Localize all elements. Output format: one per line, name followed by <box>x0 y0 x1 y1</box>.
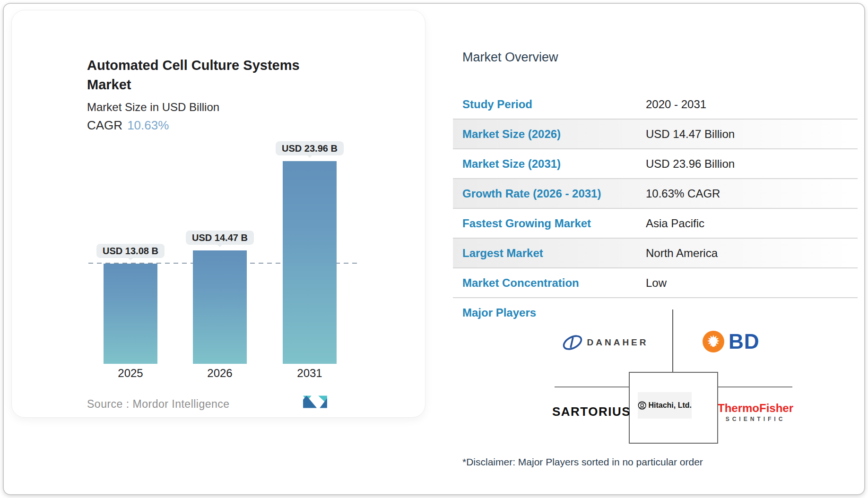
cagr-value: 10.63% <box>127 118 169 132</box>
table-row-fastest-growing-market: Fastest Growing Market Asia Pacific <box>453 209 858 239</box>
row-label: Growth Rate (2026 - 2031) <box>462 187 601 200</box>
row-label: Market Concentration <box>462 276 579 290</box>
row-label: Study Period <box>462 98 532 111</box>
chart-title: Automated Cell Culture Systems Market <box>87 56 333 94</box>
bd-logo: ✹ BD <box>703 330 760 353</box>
chart-subtitle: Market Size in USD Billion <box>87 101 342 114</box>
row-value: Low <box>646 276 667 290</box>
danaher-wordmark: DANAHER <box>587 337 649 348</box>
table-row-market-size-2026: Market Size (2026) USD 14.47 Billion <box>453 120 858 149</box>
major-players-heading: Major Players <box>462 306 536 319</box>
thermo-fisher-scientific-wordmark: SCIENTIFIC <box>715 416 796 422</box>
table-row-largest-market: Largest Market North America <box>453 239 858 268</box>
table-row-market-concentration: Market Concentration Low <box>453 268 858 298</box>
table-row-study-period: Study Period 2020 - 2031 <box>453 90 858 120</box>
bar-value-label-2031: USD 23.96 B <box>276 141 344 155</box>
market-report-snapshot: Automated Cell Culture Systems Market Ma… <box>0 0 868 498</box>
x-tick-2031: 2031 <box>283 367 337 380</box>
danaher-logo: DANAHER <box>559 332 651 353</box>
thermo-fisher-wordmark: ThermoFisher <box>715 402 796 415</box>
row-value: North America <box>646 247 718 260</box>
bar-value-label-2025: USD 13.08 B <box>96 244 165 258</box>
row-value: USD 14.47 Billion <box>646 128 735 141</box>
sartorius-logo: SARTORIUS <box>549 404 634 419</box>
hitachi-logo: Hitachi, Ltd. <box>638 392 692 419</box>
row-label: Largest Market <box>462 247 543 260</box>
x-tick-2026: 2026 <box>193 367 247 380</box>
diagram-vertical-line <box>672 309 673 372</box>
row-label: Fastest Growing Market <box>462 217 591 230</box>
bd-starburst-icon: ✹ <box>703 331 724 352</box>
cagr-line: CAGR10.63% <box>87 118 342 133</box>
row-value: USD 23.96 Billion <box>646 157 735 171</box>
chart-header: Automated Cell Culture Systems Market Ma… <box>87 56 342 133</box>
diagram-left-line <box>555 386 629 387</box>
x-tick-2025: 2025 <box>104 367 157 380</box>
bar-value-label-2026: USD 14.47 B <box>186 231 254 245</box>
row-value: Asia Pacific <box>646 217 704 230</box>
diagram-right-line <box>718 386 792 387</box>
cagr-label: CAGR <box>87 118 122 132</box>
row-label: Market Size (2031) <box>462 157 561 171</box>
bar-2025 <box>104 264 157 364</box>
disclaimer-text: *Disclaimer: Major Players sorted in no … <box>462 456 703 468</box>
bd-figure-head <box>712 343 715 347</box>
bar-2031 <box>283 161 337 364</box>
row-value: 10.63% CAGR <box>646 187 720 200</box>
chart-card: Automated Cell Culture Systems Market Ma… <box>11 10 425 418</box>
source-attribution: Source : Mordor Intelligence <box>87 398 230 411</box>
market-overview-heading: Market Overview <box>462 50 558 65</box>
table-row-market-size-2031: Market Size (2031) USD 23.96 Billion <box>453 149 858 179</box>
bd-wordmark: BD <box>729 330 760 353</box>
danaher-ellipse-d-icon <box>562 334 583 351</box>
hitachi-mark-icon <box>638 401 646 410</box>
row-value: 2020 - 2031 <box>646 98 706 111</box>
thermo-fisher-logo: ThermoFisher SCIENTIFIC <box>715 402 796 422</box>
table-row-growth-rate: Growth Rate (2026 - 2031) 10.63% CAGR <box>453 179 858 209</box>
hitachi-wordmark: Hitachi, Ltd. <box>648 401 692 410</box>
market-overview-table: Study Period 2020 - 2031 Market Size (20… <box>453 90 858 298</box>
row-label: Market Size (2026) <box>462 128 561 141</box>
bar-2026 <box>193 250 247 364</box>
mordor-intelligence-logo-icon <box>302 394 329 409</box>
